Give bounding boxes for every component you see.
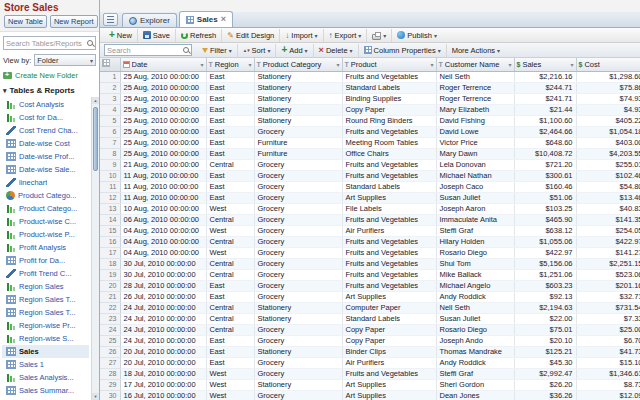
cell-region[interactable]: East [206,104,254,115]
cell-product[interactable]: Fruits and Vegetables [342,258,436,269]
table-row[interactable]: 17 04 Aug, 2010 00:00:00 West Grocery Fr… [100,247,640,258]
row-number[interactable]: 19 [100,269,120,280]
cell-sales[interactable]: $125.21 [514,346,576,357]
delete-button[interactable]: Delete [314,44,359,57]
refresh-button[interactable]: Refresh [176,29,222,42]
cell-date[interactable]: 25 Aug, 2010 00:00:00 [120,126,206,137]
cell-region[interactable]: Central [206,159,254,170]
cell-product[interactable]: Fruits and Vegetables [342,280,436,291]
table-row[interactable]: 19 30 Jul, 2010 00:00:00 Central Grocery… [100,269,640,280]
cell-region[interactable]: East [206,192,254,203]
cell-sales[interactable]: $22.00 [514,313,576,324]
table-row[interactable]: 30 16 Jul, 2010 00:00:00 West Grocery Ar… [100,390,640,400]
create-new-folder-link[interactable]: Create New Folder [0,68,99,83]
table-row[interactable]: 23 24 Jul, 2010 00:00:00 Central Station… [100,313,640,324]
column-header[interactable]: Cost [576,58,640,71]
row-number[interactable]: 30 [100,390,120,400]
tree-item[interactable]: Profit Analysis [2,241,89,254]
cell-customer-name[interactable]: Nell Seth [436,302,514,313]
cell-customer-name[interactable]: Mike Ballack [436,269,514,280]
row-number[interactable]: 23 [100,313,120,324]
column-properties-button[interactable]: Column Properties [359,44,447,57]
cell-cost[interactable]: $32.71 [576,291,640,302]
cell-cost[interactable]: $1,054.18 [576,126,640,137]
cell-customer-name[interactable]: Andy Roddick [436,357,514,368]
cell-date[interactable]: 24 Jul, 2010 00:00:00 [120,335,206,346]
new-table-button[interactable]: New Table [4,15,47,28]
table-row[interactable]: 2 25 Aug, 2010 00:00:00 East Stationery … [100,82,640,93]
cell-cost[interactable]: $201.16 [576,280,640,291]
cell-product-category[interactable]: Grocery [254,269,342,280]
row-number[interactable]: 2 [100,82,120,93]
table-row[interactable]: 10 11 Aug, 2010 00:00:00 East Grocery Fr… [100,170,640,181]
row-number[interactable]: 1 [100,71,120,82]
sidebar-search-input[interactable] [6,39,85,48]
cell-product-category[interactable]: Grocery [254,324,342,335]
cell-date[interactable]: 28 Jul, 2010 00:00:00 [120,280,206,291]
scrollbar-thumb[interactable] [93,107,98,171]
print-button[interactable] [367,29,392,42]
cell-product[interactable]: Art Supplies [342,390,436,400]
cell-sales[interactable]: $51.06 [514,192,576,203]
tree-item[interactable]: Sales Summar... [2,384,89,397]
cell-customer-name[interactable]: Thomas Mandrake [436,346,514,357]
cell-cost[interactable]: $4.93 [576,104,640,115]
tree-item[interactable]: Product Catego... [2,202,89,215]
cell-product[interactable]: Standard Labels [342,82,436,93]
cell-product[interactable]: Copy Paper [342,324,436,335]
row-number[interactable]: 10 [100,170,120,181]
tree-item[interactable]: Profit for Da... [2,254,89,267]
cell-cost[interactable]: $54.80 [576,181,640,192]
cell-sales[interactable]: $2,464.66 [514,126,576,137]
cell-customer-name[interactable]: Roger Terrence [436,82,514,93]
cell-product-category[interactable]: Stationery [254,71,342,82]
cell-date[interactable]: 20 Jul, 2010 00:00:00 [120,357,206,368]
table-row[interactable]: 5 25 Aug, 2010 00:00:00 East Stationery … [100,115,640,126]
cell-sales[interactable]: $721.20 [514,159,576,170]
filter-button[interactable]: Filter [197,44,238,57]
cell-sales[interactable]: $300.61 [514,170,576,181]
cell-product[interactable]: Fruits and Vegetables [342,247,436,258]
cell-product-category[interactable]: Grocery [254,170,342,181]
tab-sales[interactable]: Sales [179,11,233,27]
cell-sales[interactable]: $638.12 [514,225,576,236]
cell-cost[interactable]: $7.33 [576,313,640,324]
cell-product-category[interactable]: Grocery [254,159,342,170]
table-row[interactable]: 8 25 Aug, 2010 00:00:00 East Furniture O… [100,148,640,159]
sort-button[interactable]: Sort [238,44,277,57]
add-button[interactable]: Add [276,44,313,57]
cell-cost[interactable]: $141.35 [576,214,640,225]
cell-sales[interactable]: $36.26 [514,390,576,400]
table-row[interactable]: 20 28 Jul, 2010 00:00:00 East Grocery Fr… [100,280,640,291]
cell-cost[interactable]: $13.46 [576,192,640,203]
row-number-header[interactable] [100,58,120,71]
cell-sales[interactable]: $422.97 [514,247,576,258]
cell-cost[interactable]: $1,298.60 [576,71,640,82]
cell-customer-name[interactable]: Susan Juliet [436,313,514,324]
cell-cost[interactable]: $15.10 [576,357,640,368]
cell-customer-name[interactable]: Rosario Diego [436,324,514,335]
cell-product-category[interactable]: Stationery [254,93,342,104]
cell-cost[interactable]: $422.97 [576,236,640,247]
sidebar-scrollbar[interactable] [91,97,99,400]
row-number[interactable]: 13 [100,203,120,214]
cell-region[interactable]: West [206,203,254,214]
cell-sales[interactable]: $45.30 [514,357,576,368]
cell-customer-name[interactable]: Steffi Graf [436,225,514,236]
cell-product[interactable]: Fruits and Vegetables [342,159,436,170]
row-number[interactable]: 16 [100,236,120,247]
cell-region[interactable]: Central [206,236,254,247]
table-row[interactable]: 26 20 Jul, 2010 00:00:00 East Stationery… [100,346,640,357]
cell-product[interactable]: Fruits and Vegetables [342,71,436,82]
cell-region[interactable]: East [206,346,254,357]
table-row[interactable]: 15 04 Aug, 2010 00:00:00 West Grocery Ai… [100,225,640,236]
cell-region[interactable]: Central [206,313,254,324]
cell-customer-name[interactable]: Mary Elizabeth [436,104,514,115]
cell-customer-name[interactable]: Mary Dawn [436,148,514,159]
cell-product-category[interactable]: Grocery [254,291,342,302]
cell-product-category[interactable]: Grocery [254,225,342,236]
cell-customer-name[interactable]: Steffi Graf [436,368,514,379]
table-row[interactable]: 27 20 Jul, 2010 00:00:00 East Grocery Ai… [100,357,640,368]
row-number[interactable]: 26 [100,346,120,357]
cell-product[interactable]: Office Chairs [342,148,436,159]
